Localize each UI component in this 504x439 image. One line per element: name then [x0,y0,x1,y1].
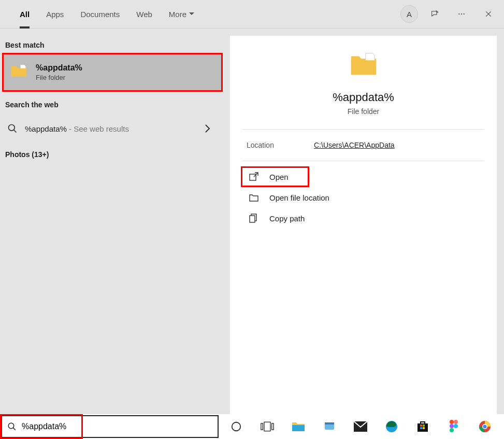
figma-icon[interactable] [443,416,464,437]
more-icon[interactable] [451,4,472,24]
copy-icon [249,213,259,223]
search-tabs: All Apps Documents Web More A [0,0,504,29]
search-input[interactable] [22,422,218,431]
chevron-right-icon [204,124,210,133]
svg-rect-9 [261,423,263,430]
file-explorer-icon[interactable] [288,416,309,437]
svg-rect-10 [264,422,270,431]
web-result-term: %appdata% [25,124,67,133]
action-open-location-label: Open file location [269,193,329,202]
header-best-match: Best match [0,38,223,54]
svg-rect-17 [420,424,422,427]
svg-rect-6 [250,216,255,222]
result-best-match[interactable]: %appdata% File folder [2,53,223,92]
results-pane: Best match %appdata% File folder Search … [0,29,223,414]
result-title: %appdata% [36,63,82,73]
folder-icon [10,62,27,83]
action-open-location[interactable]: Open file location [242,187,484,208]
bottom-bar [0,414,504,439]
svg-rect-13 [325,422,334,424]
chevron-down-icon [189,11,195,17]
search-icon [7,123,18,134]
notepad-icon[interactable] [319,416,340,437]
tab-web-label: Web [136,10,152,19]
tab-documents[interactable]: Documents [72,0,128,29]
panel-subtitle: File folder [348,107,379,116]
location-row: Location C:\Users\ACER\AppData [242,130,484,161]
svg-point-2 [464,13,465,15]
svg-rect-20 [423,427,425,429]
svg-rect-18 [423,424,425,427]
action-open[interactable]: Open [241,166,309,187]
taskbar [220,416,504,437]
action-copy-path[interactable]: Copy path [242,208,484,229]
svg-point-3 [9,125,15,131]
svg-point-22 [454,420,458,424]
search-icon [7,422,17,431]
tab-more-label: More [169,10,186,19]
svg-point-7 [8,423,14,429]
edge-icon[interactable] [381,416,402,437]
cortana-icon[interactable] [226,416,247,437]
tab-all[interactable]: All [11,0,38,29]
svg-point-23 [450,424,454,428]
action-open-label: Open [269,173,289,181]
task-view-icon[interactable] [257,416,278,437]
web-result-text: %appdata% - See web results [25,124,129,133]
panel-header: %appdata% File folder [242,49,484,129]
tab-all-label: All [20,10,30,19]
header-photos[interactable]: Photos (13+) [0,147,223,164]
svg-point-8 [232,422,241,431]
details-panel: %appdata% File folder Location C:\Users\… [230,36,497,414]
folder-large-icon [349,49,379,79]
folder-open-icon [249,192,259,203]
svg-point-25 [450,428,454,432]
svg-point-0 [458,13,459,15]
tab-apps-label: Apps [46,10,64,19]
titlebar-right: A [400,4,504,24]
feedback-icon[interactable] [424,4,445,24]
panel-title: %appdata% [333,91,394,104]
store-icon[interactable] [412,416,433,437]
actions-list: Open Open file location Copy path [242,161,484,229]
close-icon[interactable] [478,4,499,24]
location-label: Location [247,141,314,149]
svg-rect-11 [272,423,273,430]
web-result-suffix: - See web results [67,124,129,133]
result-subtitle: File folder [36,74,82,81]
svg-point-24 [454,424,458,428]
header-search-web: Search the web [0,97,223,114]
search-box[interactable] [1,415,219,438]
avatar-letter: A [407,10,412,19]
svg-rect-4 [250,174,256,180]
open-icon [249,172,259,182]
user-avatar[interactable]: A [400,5,418,23]
tab-web[interactable]: Web [128,0,161,29]
svg-point-21 [450,420,454,424]
tab-documents-label: Documents [80,10,120,19]
location-value[interactable]: C:\Users\ACER\AppData [314,141,395,149]
tab-apps[interactable]: Apps [38,0,72,29]
web-result-row[interactable]: %appdata% - See web results [0,114,223,143]
mail-icon[interactable] [350,416,371,437]
svg-rect-19 [420,427,422,429]
chrome-icon[interactable] [474,416,495,437]
svg-point-1 [461,13,462,15]
details-container: %appdata% File folder Location C:\Users\… [223,29,504,414]
tab-more[interactable]: More [161,0,203,29]
action-copy-path-label: Copy path [269,214,305,223]
svg-point-28 [483,425,487,429]
result-text-block: %appdata% File folder [36,63,82,81]
